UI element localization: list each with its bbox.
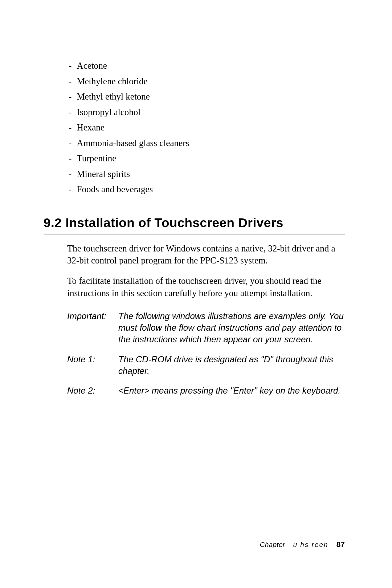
list-item: Methyl ethyl ketone	[67, 89, 345, 105]
footer-chapter-label: Chapter	[260, 541, 285, 549]
note1-label: Note 1:	[67, 354, 116, 377]
chemical-list: Acetone Methylene chloride Methyl ethyl …	[67, 58, 345, 197]
footer-page-number: 87	[336, 540, 345, 549]
section-heading: 9.2 Installation of Touchscreen Drivers	[44, 216, 345, 234]
list-item: Isopropyl alcohol	[67, 105, 345, 120]
paragraph: To facilitate installation of the touchs…	[67, 275, 345, 299]
list-item: Turpentine	[67, 151, 345, 166]
list-item: Ammonia-based glass cleaners	[67, 136, 345, 151]
page-footer: Chapter u hs reen 87	[260, 540, 345, 549]
note2-label: Note 2:	[67, 385, 116, 396]
footer-topic: u hs reen	[293, 541, 328, 549]
notes-block: Important: The following windows illustr…	[67, 310, 345, 397]
paragraph: The touchscreen driver for Windows conta…	[67, 242, 345, 267]
list-item: Foods and beverages	[67, 182, 345, 197]
important-text: The following windows illustrations are …	[118, 310, 345, 346]
list-item: Acetone	[67, 58, 345, 74]
list-item: Methylene chloride	[67, 74, 345, 89]
note1-text: The CD-ROM drive is designated as "D" th…	[118, 354, 345, 377]
list-item: Mineral spirits	[67, 166, 345, 182]
important-label: Important:	[67, 310, 116, 346]
list-item: Hexane	[67, 120, 345, 136]
note2-text: <Enter> means pressing the "Enter" key o…	[118, 385, 345, 396]
